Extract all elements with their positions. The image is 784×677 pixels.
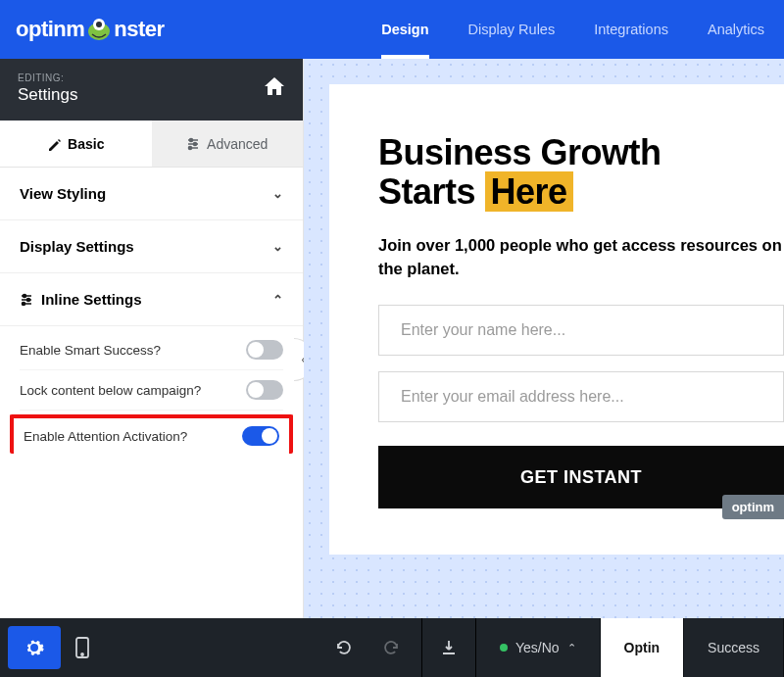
design-canvas: Business Growth Starts Here Join over 1,…: [304, 59, 784, 618]
row-smart-success: Enable Smart Success?: [20, 330, 283, 370]
status-dot-icon: [500, 644, 508, 652]
section-label: View Styling: [20, 185, 106, 202]
gear-icon: [24, 638, 44, 657]
main-area: EDITING: Settings Basic Advanced View St…: [0, 59, 784, 618]
chevron-up-icon: ⌄: [272, 292, 283, 307]
editing-label: EDITING:: [18, 73, 77, 83]
settings-gear-button[interactable]: [8, 626, 61, 669]
page-title: Settings: [18, 85, 77, 105]
headline-highlight: Here: [485, 171, 573, 212]
tab-display-rules[interactable]: Display Rules: [468, 0, 556, 59]
section-view-styling[interactable]: View Styling ⌄: [0, 168, 303, 220]
campaign-preview[interactable]: Business Growth Starts Here Join over 1,…: [329, 84, 784, 555]
view-label: Success: [708, 640, 760, 655]
chevron-up-icon: ⌃: [567, 642, 576, 654]
toggle-attention-activation[interactable]: [242, 426, 279, 446]
inline-settings-rows: Enable Smart Success? Lock content below…: [0, 326, 303, 467]
svg-point-2: [96, 22, 102, 27]
svg-point-5: [189, 146, 192, 149]
name-input[interactable]: Enter your name here...: [378, 305, 784, 356]
svg-point-7: [27, 298, 30, 301]
svg-point-6: [24, 294, 26, 297]
chevron-down-icon: ⌄: [272, 186, 283, 201]
view-optin[interactable]: Optin: [601, 618, 685, 677]
section-inline-settings[interactable]: Inline Settings ⌄: [0, 273, 303, 326]
view-yes-no[interactable]: Yes/No ⌃: [476, 618, 601, 677]
brand-text-b: nster: [114, 17, 164, 42]
row-attention-activation: Enable Attention Activation?: [10, 414, 293, 454]
history-controls: [321, 639, 421, 656]
headline-line-1: Business Growth: [378, 132, 662, 172]
settings-subtabs: Basic Advanced: [0, 121, 303, 168]
section-label: Display Settings: [20, 238, 134, 255]
settings-sidebar: EDITING: Settings Basic Advanced View St…: [0, 59, 304, 618]
monster-icon: [86, 18, 112, 41]
row-lock-content: Lock content below campaign?: [20, 370, 283, 411]
redo-icon: [383, 639, 401, 656]
svg-point-10: [81, 653, 83, 655]
pencil-icon: [47, 137, 61, 151]
view-label: Yes/No: [515, 640, 560, 655]
sliders-icon: [20, 293, 33, 307]
svg-point-8: [23, 302, 25, 305]
mobile-preview-button[interactable]: [61, 618, 104, 677]
save-button[interactable]: [422, 618, 475, 677]
headline-line-2-prefix: Starts: [378, 171, 485, 212]
row-label: Enable Attention Activation?: [24, 429, 187, 444]
subtab-advanced-label: Advanced: [207, 136, 268, 152]
tab-analytics[interactable]: Analytics: [708, 0, 764, 59]
email-input[interactable]: Enter your email address here...: [378, 371, 784, 422]
home-icon[interactable]: [264, 76, 285, 101]
view-tabs: Yes/No ⌃ Optin Success: [476, 618, 784, 677]
row-label: Lock content below campaign?: [20, 383, 201, 398]
tab-integrations[interactable]: Integrations: [594, 0, 668, 59]
sidebar-header: EDITING: Settings: [0, 59, 303, 121]
undo-button[interactable]: [321, 639, 365, 656]
bottom-bar: Yes/No ⌃ Optin Success: [0, 618, 784, 677]
optinmonster-badge[interactable]: optinm: [722, 495, 784, 519]
row-label: Enable Smart Success?: [20, 343, 161, 358]
undo-icon: [334, 639, 352, 656]
section-label: Inline Settings: [41, 291, 142, 308]
download-icon: [440, 639, 458, 656]
subtab-basic-label: Basic: [68, 136, 104, 152]
top-bar: optinm nster Design Display Rules Integr…: [0, 0, 784, 59]
svg-point-4: [194, 142, 197, 145]
tab-design[interactable]: Design: [381, 0, 428, 59]
subtab-advanced[interactable]: Advanced: [152, 121, 304, 167]
view-success[interactable]: Success: [684, 618, 784, 677]
brand-logo: optinm nster: [16, 17, 165, 42]
redo-button[interactable]: [370, 639, 414, 656]
phone-icon: [75, 637, 89, 658]
toggle-lock-content[interactable]: [246, 380, 283, 400]
subheadline: Join over 1,000 people who get access re…: [378, 234, 784, 281]
view-label: Optin: [624, 640, 661, 655]
headline: Business Growth Starts Here: [378, 133, 784, 211]
top-tabs: Design Display Rules Integrations Analyt…: [381, 0, 764, 59]
section-display-settings[interactable]: Display Settings ⌄: [0, 220, 303, 273]
chevron-down-icon: ⌄: [272, 239, 283, 254]
sliders-icon: [186, 137, 200, 151]
svg-point-3: [190, 138, 193, 141]
settings-sections: View Styling ⌄ Display Settings ⌄ Inline…: [0, 168, 303, 618]
subtab-basic[interactable]: Basic: [0, 121, 152, 167]
brand-text-a: optinm: [16, 17, 84, 42]
toggle-smart-success[interactable]: [246, 340, 283, 360]
